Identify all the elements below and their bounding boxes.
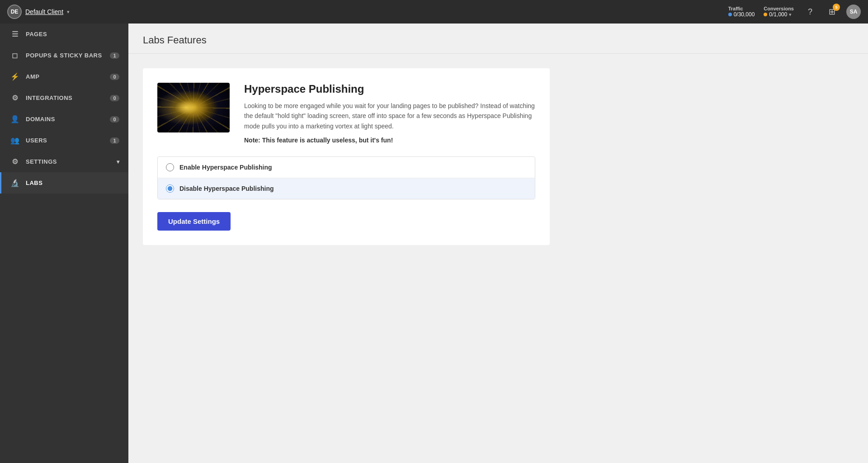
- sidebar-item-label: PAGES: [26, 31, 47, 38]
- popups-icon: ◻: [10, 51, 19, 60]
- labs-content: Hyperspace Publishing Looking to be more…: [128, 54, 868, 260]
- help-button[interactable]: ?: [803, 5, 817, 19]
- traffic-dot: [728, 13, 732, 16]
- feature-top: Hyperspace Publishing Looking to be more…: [157, 83, 535, 144]
- sidebar-item-label: POPUPS & STICKY BARS: [26, 52, 102, 59]
- sidebar-item-popups[interactable]: ◻ POPUPS & STICKY BARS 1: [0, 45, 128, 66]
- feature-note: Note: This feature is actually useless, …: [244, 137, 535, 144]
- users-icon: 👥: [10, 136, 19, 145]
- feature-card: Hyperspace Publishing Looking to be more…: [143, 68, 550, 245]
- radio-group: Enable Hyperspace Publishing Disable Hyp…: [157, 156, 535, 199]
- pages-icon: ☰: [10, 30, 19, 38]
- sidebar-item-label: AMP: [26, 73, 39, 80]
- enable-label: Enable Hyperspace Publishing: [179, 164, 272, 171]
- client-avatar: DE: [7, 5, 22, 19]
- feature-image: [157, 83, 230, 132]
- domains-icon: 👤: [10, 115, 19, 123]
- disable-label: Disable Hyperspace Publishing: [179, 185, 274, 192]
- settings-icon: ⚙: [10, 157, 19, 166]
- labs-icon: 🔬: [10, 179, 19, 187]
- topbar: DE Default Client ▾ Traffic 0/30,000 Con…: [0, 0, 868, 24]
- feature-title: Hyperspace Publishing: [244, 83, 535, 95]
- sidebar-item-label: USERS: [26, 137, 47, 144]
- topbar-right: Traffic 0/30,000 Conversions 0/1,000 ▾ ?…: [728, 5, 861, 19]
- feature-info: Hyperspace Publishing Looking to be more…: [244, 83, 535, 144]
- sidebar-item-label: INTEGRATIONS: [26, 94, 72, 101]
- help-icon: ?: [808, 7, 812, 17]
- sidebar-item-domains[interactable]: 👤 DOMAINS 0: [0, 109, 128, 130]
- sidebar-item-label: SETTINGS: [26, 158, 57, 165]
- main-layout: ☰ PAGES ◻ POPUPS & STICKY BARS 1 ⚡ AMP 0…: [0, 24, 868, 463]
- topbar-left: DE Default Client ▾: [7, 5, 70, 19]
- topbar-icons: ? ⊞ 5 SA: [803, 5, 861, 19]
- sidebar-item-amp[interactable]: ⚡ AMP 0: [0, 66, 128, 87]
- amp-badge: 0: [110, 74, 119, 80]
- integrations-icon: ⚙: [10, 94, 19, 102]
- amp-icon: ⚡: [10, 72, 19, 81]
- feature-description: Looking to be more engaged while you wai…: [244, 101, 535, 131]
- conversions-dot: [764, 13, 767, 16]
- client-dropdown-icon[interactable]: ▾: [67, 9, 70, 15]
- update-settings-button[interactable]: Update Settings: [157, 212, 231, 231]
- client-name[interactable]: Default Client: [25, 8, 63, 15]
- settings-chevron-icon: ▾: [117, 159, 120, 165]
- disable-option[interactable]: Disable Hyperspace Publishing: [158, 178, 535, 199]
- sidebar-item-settings[interactable]: ⚙ SETTINGS ▾: [0, 151, 128, 172]
- hyperspace-image: [157, 83, 230, 132]
- notifications-button[interactable]: ⊞ 5: [825, 5, 839, 19]
- page-header: Labs Features: [128, 24, 868, 54]
- enable-option[interactable]: Enable Hyperspace Publishing: [158, 157, 535, 178]
- domains-badge: 0: [110, 116, 119, 123]
- sidebar-item-label: LABS: [26, 180, 42, 186]
- sidebar-item-pages[interactable]: ☰ PAGES: [0, 24, 128, 45]
- notification-badge: 5: [833, 4, 840, 11]
- sidebar-item-integrations[interactable]: ⚙ INTEGRATIONS 0: [0, 87, 128, 109]
- sidebar: ☰ PAGES ◻ POPUPS & STICKY BARS 1 ⚡ AMP 0…: [0, 24, 128, 463]
- enable-radio[interactable]: [166, 163, 174, 171]
- disable-radio[interactable]: [166, 184, 174, 193]
- popups-badge: 1: [110, 52, 119, 59]
- integrations-badge: 0: [110, 95, 119, 101]
- conversions-chevron-icon: ▾: [789, 12, 792, 18]
- sidebar-item-users[interactable]: 👥 USERS 1: [0, 130, 128, 151]
- content-area: Labs Features Hyperspace Publishing Look…: [128, 24, 868, 463]
- users-badge: 1: [110, 137, 119, 144]
- sidebar-item-label: DOMAINS: [26, 116, 55, 123]
- page-title: Labs Features: [143, 34, 854, 46]
- sidebar-item-labs[interactable]: 🔬 LABS: [0, 172, 128, 194]
- user-avatar[interactable]: SA: [846, 5, 861, 19]
- traffic-metric[interactable]: Traffic 0/30,000: [728, 6, 755, 18]
- conversions-metric[interactable]: Conversions 0/1,000 ▾: [764, 6, 794, 18]
